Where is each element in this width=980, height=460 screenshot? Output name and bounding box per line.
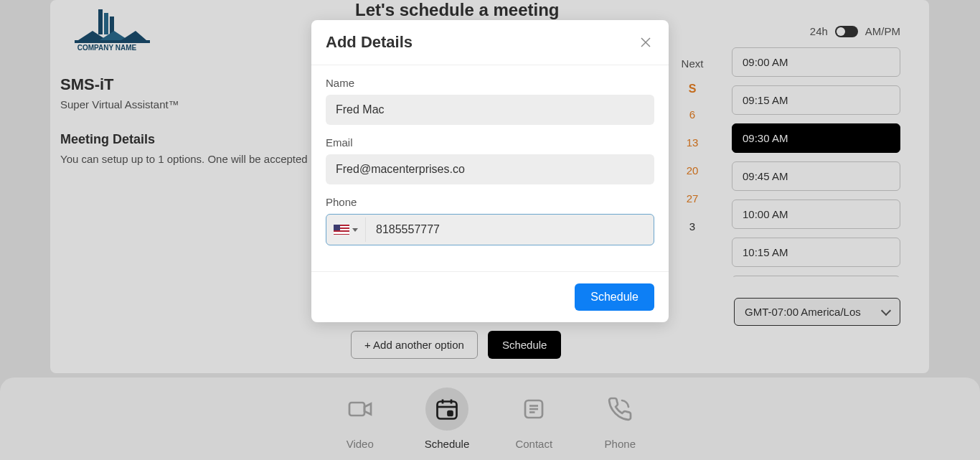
- caret-down-icon: [352, 228, 358, 232]
- flag-us-icon: [334, 225, 349, 235]
- name-input[interactable]: [326, 95, 654, 125]
- add-details-modal: Add Details Name Email Phone Schedule: [311, 20, 669, 322]
- phone-label: Phone: [326, 196, 654, 208]
- name-label: Name: [326, 77, 654, 89]
- country-code-select[interactable]: [326, 217, 366, 242]
- schedule-submit-button[interactable]: Schedule: [575, 283, 654, 311]
- phone-input[interactable]: [366, 215, 654, 245]
- modal-footer: Schedule: [311, 271, 669, 322]
- close-icon[interactable]: [637, 34, 654, 51]
- modal-body: Name Email Phone: [311, 65, 669, 271]
- modal-title: Add Details: [326, 33, 413, 52]
- modal-header: Add Details: [311, 20, 669, 65]
- email-label: Email: [326, 136, 654, 149]
- email-input[interactable]: [326, 154, 654, 184]
- phone-input-wrapper: [326, 214, 654, 245]
